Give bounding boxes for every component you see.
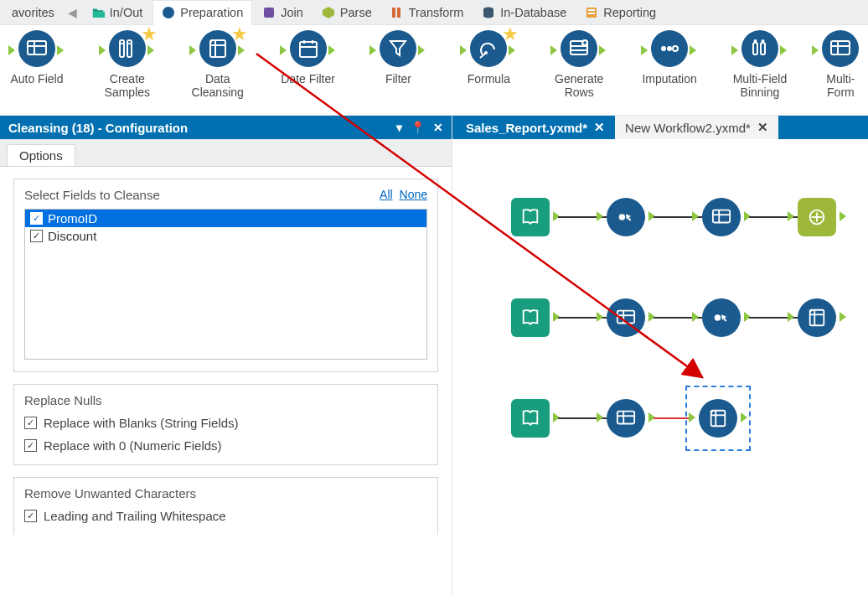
group-replace-nulls: Replace Nulls ✓ Replace with Blanks (Str…: [13, 384, 438, 465]
tool-imputation-label: Imputation: [642, 72, 696, 86]
node-autofield[interactable]: [607, 399, 645, 438]
tool-generate-rows-label: GenerateRows: [555, 72, 603, 99]
node-select[interactable]: [607, 198, 645, 236]
panel-pin-icon[interactable]: 📍: [411, 121, 425, 134]
tab-join[interactable]: Join: [254, 0, 312, 25]
tool-formula[interactable]: ★ Formula: [455, 30, 522, 86]
node-cleanse-selected[interactable]: [699, 399, 737, 438]
tool-data-cleansing[interactable]: ★ DataCleansing: [184, 30, 251, 99]
circle-icon: [162, 6, 175, 19]
link-select-all[interactable]: All: [380, 188, 393, 201]
tool-date-filter-label: Date Filter: [281, 72, 335, 86]
group-select-fields: All None Select Fields to Cleanse ✓ Prom…: [13, 179, 438, 372]
tool-palette: Auto Field ★ CreateSamples ★ DataCleansi…: [0, 25, 868, 116]
tab-preparation-label: Preparation: [180, 6, 243, 19]
workflow-tab-label: New Workflow2.yxmd*: [625, 121, 751, 135]
tab-transform-label: Transform: [409, 6, 464, 19]
field-name: PromoID: [48, 211, 97, 225]
tool-formula-label: Formula: [468, 72, 510, 86]
field-list[interactable]: ✓ PromoID ✓ Discount: [24, 209, 427, 360]
remove-chars-heading: Remove Unwanted Characters: [24, 486, 427, 500]
panel-dropdown-icon[interactable]: ▾: [396, 121, 402, 134]
option-label: Replace with Blanks (String Fields): [44, 416, 239, 430]
tab-in-out[interactable]: In/Out: [83, 0, 152, 25]
option-label: Leading and Trailing Whitespace: [44, 509, 226, 523]
node-cleanse[interactable]: [798, 298, 836, 337]
panel-close-icon[interactable]: ✕: [433, 121, 443, 134]
checkbox-icon[interactable]: ✓: [30, 212, 43, 225]
tab-parse[interactable]: Parse: [313, 0, 380, 25]
workflow-tab-active[interactable]: Sales_Report.yxmd* ✕: [456, 116, 615, 139]
tab-preparation[interactable]: Preparation: [152, 0, 252, 25]
report-icon: [585, 6, 598, 19]
favorite-star-icon: ★: [231, 23, 248, 45]
database-icon: [482, 6, 495, 19]
tool-filter-label: Filter: [385, 72, 411, 86]
node-autofield[interactable]: [702, 198, 741, 236]
select-fields-heading: Select Fields to Cleanse: [24, 188, 427, 202]
workflow-tab-inactive[interactable]: New Workflow2.yxmd* ✕: [615, 116, 778, 139]
tab-reporting-label: Reporting: [603, 6, 656, 19]
tool-multi-field-formula[interactable]: Multi-Form: [817, 30, 865, 99]
group-remove-chars: Remove Unwanted Characters ✓ Leading and…: [13, 477, 438, 535]
hexagon-icon: [322, 6, 335, 19]
tool-create-samples-label: CreateSamples: [105, 72, 150, 99]
tab-close-icon[interactable]: ✕: [757, 120, 768, 135]
favorite-star-icon: ★: [141, 23, 158, 45]
tool-multi-field-binning-label: Multi-FieldBinning: [733, 72, 788, 99]
tool-generate-rows[interactable]: GenerateRows: [545, 30, 612, 99]
field-name: Discount: [48, 229, 96, 243]
config-tab-options[interactable]: Options: [7, 144, 75, 166]
workflow-canvas[interactable]: [452, 139, 868, 596]
config-body: All None Select Fields to Cleanse ✓ Prom…: [0, 166, 452, 596]
config-panel-title: Cleansing (18) - Configuration: [8, 121, 188, 135]
tool-filter[interactable]: Filter: [365, 30, 432, 86]
tool-imputation[interactable]: Imputation: [636, 30, 703, 86]
scroll-left-icon[interactable]: ◀: [65, 6, 81, 19]
node-autofield[interactable]: [607, 298, 645, 337]
bars-icon: [390, 6, 404, 19]
tab-close-icon[interactable]: ✕: [594, 120, 605, 135]
tab-in-out-label: In/Out: [110, 6, 143, 19]
field-row-discount[interactable]: ✓ Discount: [25, 227, 426, 245]
tool-auto-field[interactable]: Auto Field: [3, 30, 70, 86]
workflow-tab-label: Sales_Report.yxmd*: [466, 121, 587, 135]
replace-nulls-heading: Replace Nulls: [24, 393, 427, 407]
tool-data-cleansing-label: DataCleansing: [192, 72, 244, 99]
tool-category-bar: avorites ◀ In/Out Preparation Join Parse…: [0, 0, 868, 25]
tool-auto-field-label: Auto Field: [10, 72, 63, 86]
tool-multi-field-binning[interactable]: Multi-FieldBinning: [726, 30, 793, 99]
tool-multi-field-formula-label: Multi-Form: [826, 72, 855, 99]
tab-in-database-label: In-Database: [500, 6, 566, 19]
tool-date-filter[interactable]: Date Filter: [275, 30, 342, 86]
tool-create-samples[interactable]: ★ CreateSamples: [94, 30, 161, 99]
tab-parse-label: Parse: [340, 6, 372, 19]
workflow-tab-bar: Sales_Report.yxmd* ✕ New Workflow2.yxmd*…: [452, 116, 868, 139]
field-row-promoid[interactable]: ✓ PromoID: [25, 210, 426, 227]
node-select[interactable]: [702, 298, 741, 337]
option-replace-zero[interactable]: ✓ Replace with 0 (Numeric Fields): [24, 438, 427, 453]
config-tabs: Options: [0, 139, 452, 166]
checkbox-icon[interactable]: ✓: [24, 510, 37, 522]
square-icon: [262, 6, 276, 19]
tab-transform[interactable]: Transform: [382, 0, 473, 25]
checkbox-icon[interactable]: ✓: [24, 417, 37, 429]
checkbox-icon[interactable]: ✓: [24, 439, 37, 452]
node-input[interactable]: [511, 399, 550, 438]
tab-reporting[interactable]: Reporting: [576, 0, 664, 25]
tab-favorites-partial[interactable]: avorites: [3, 0, 63, 25]
option-trim-whitespace[interactable]: ✓ Leading and Trailing Whitespace: [24, 509, 427, 523]
tab-in-database[interactable]: In-Database: [473, 0, 575, 25]
node-input[interactable]: [511, 198, 550, 236]
option-label: Replace with 0 (Numeric Fields): [44, 438, 222, 453]
node-input[interactable]: [511, 298, 550, 337]
folder-icon: [91, 6, 105, 19]
favorite-star-icon: ★: [502, 23, 519, 45]
option-replace-blanks[interactable]: ✓ Replace with Blanks (String Fields): [24, 416, 427, 430]
config-panel-title-bar: Cleansing (18) - Configuration ▾ 📍 ✕: [0, 116, 452, 139]
tab-join-label: Join: [281, 6, 303, 19]
node-browse[interactable]: [798, 198, 836, 236]
configuration-panel: Cleansing (18) - Configuration ▾ 📍 ✕ Opt…: [0, 116, 452, 596]
link-select-none[interactable]: None: [400, 188, 427, 201]
checkbox-icon[interactable]: ✓: [30, 230, 43, 242]
